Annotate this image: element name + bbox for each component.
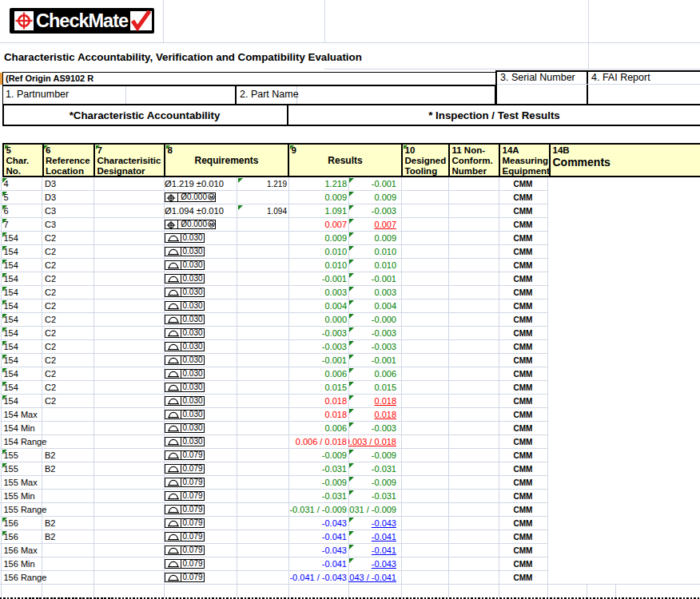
svg-text:M: M (209, 221, 213, 227)
svg-text:M: M (209, 194, 213, 200)
